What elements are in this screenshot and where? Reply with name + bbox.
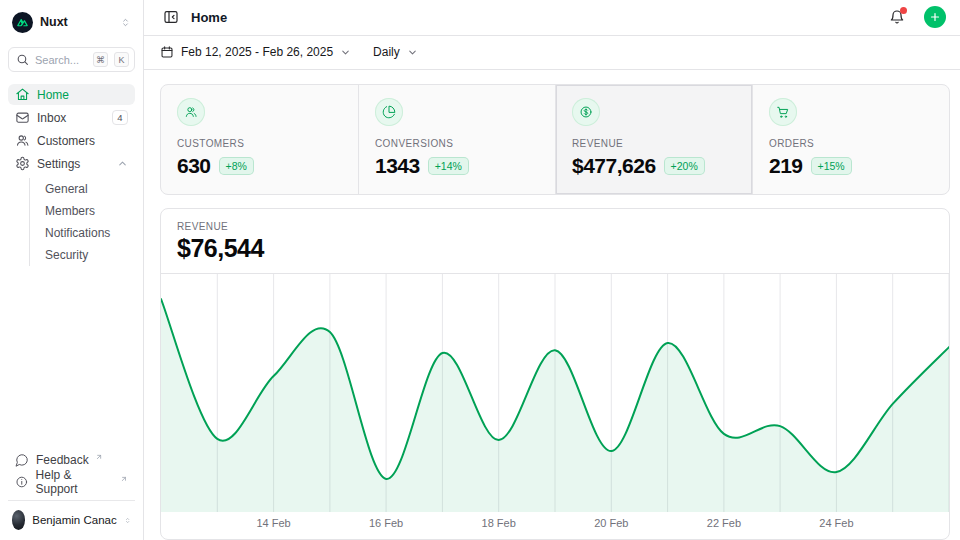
date-range-value: Feb 12, 2025 - Feb 26, 2025 — [181, 45, 333, 59]
panel-left-close-icon — [163, 9, 179, 25]
x-axis-tick-label: 20 Feb — [594, 517, 628, 529]
stat-card-revenue[interactable]: REVENUE$477,626+20% — [555, 85, 752, 194]
date-range-picker[interactable]: Feb 12, 2025 - Feb 26, 2025 — [160, 45, 351, 59]
nuxt-logo-icon — [12, 12, 33, 33]
sidebar-nav: HomeInbox4CustomersSettingsGeneralMember… — [8, 84, 135, 266]
workspace-switcher[interactable]: Nuxt — [8, 10, 135, 34]
chevron-down-icon — [407, 47, 418, 58]
settings-subnav: GeneralMembersNotificationsSecurity — [29, 178, 135, 266]
sidebar-item-label: Settings — [37, 157, 110, 171]
stat-delta-badge: +14% — [428, 157, 469, 175]
content: CUSTOMERS630+8%CONVERSIONS1343+14%REVENU… — [144, 70, 960, 540]
main-panel: Home Feb 12, 2025 - Feb 26, 2025 Daily C… — [144, 0, 960, 540]
chart-x-axis: 14 Feb16 Feb18 Feb20 Feb22 Feb24 Feb — [161, 512, 949, 539]
chart-value: $76,544 — [177, 234, 933, 263]
revenue-chart-card: REVENUE $76,544 14 Feb16 Feb18 Feb20 Feb… — [160, 208, 950, 540]
workspace-name: Nuxt — [40, 15, 113, 29]
chart-header: REVENUE $76,544 — [161, 209, 949, 274]
kbd-k: K — [114, 52, 129, 67]
sidebar-subitem-members[interactable]: Members — [41, 200, 135, 222]
plus-icon — [929, 11, 941, 23]
sidebar-subitem-notifications[interactable]: Notifications — [41, 222, 135, 244]
sidebar-item-label: Inbox — [37, 111, 105, 125]
stat-card-orders[interactable]: ORDERS219+15% — [752, 85, 949, 194]
user-name: Benjamin Canac — [32, 514, 116, 526]
area-chart-svg — [161, 274, 949, 512]
x-axis-tick-label: 22 Feb — [707, 517, 741, 529]
users-icon — [184, 105, 198, 119]
stat-label: CUSTOMERS — [177, 138, 342, 149]
inbox-icon — [15, 110, 30, 125]
stats-row: CUSTOMERS630+8%CONVERSIONS1343+14%REVENU… — [160, 84, 950, 195]
chat-icon — [15, 453, 29, 467]
x-axis-tick-label: 18 Feb — [482, 517, 516, 529]
stat-delta-badge: +8% — [219, 157, 254, 175]
add-button[interactable] — [924, 6, 946, 28]
chevron-down-icon — [340, 47, 351, 58]
app-root: Nuxt Search... ⌘ K HomeInbox4CustomersSe… — [0, 0, 960, 540]
collapse-sidebar-button[interactable] — [160, 6, 182, 28]
search-placeholder: Search... — [35, 54, 87, 66]
stat-icon-circle — [375, 98, 403, 126]
stat-label: CONVERSIONS — [375, 138, 539, 149]
cart-icon — [776, 105, 790, 119]
footer-item-label: Feedback — [36, 453, 89, 467]
arrow-up-right-icon — [120, 475, 128, 483]
sidebar-footer: FeedbackHelp & Support — [8, 449, 135, 492]
granularity-value: Daily — [373, 45, 400, 59]
chart-label: REVENUE — [177, 221, 933, 232]
stat-icon-circle — [572, 98, 600, 126]
stat-icon-circle — [769, 98, 797, 126]
sidebar-item-label: Customers — [37, 134, 128, 148]
search-input[interactable]: Search... ⌘ K — [8, 47, 135, 72]
stat-card-conversions[interactable]: CONVERSIONS1343+14% — [358, 85, 555, 194]
gear-icon — [15, 156, 30, 171]
users-icon — [15, 133, 30, 148]
notification-dot — [900, 7, 907, 14]
user-menu[interactable]: Benjamin Canac — [8, 500, 135, 530]
footer-item-label: Help & Support — [36, 468, 115, 496]
info-icon — [15, 475, 29, 489]
notifications-button[interactable] — [885, 5, 909, 29]
x-axis-tick-label: 16 Feb — [369, 517, 403, 529]
stat-value: $477,626 — [572, 154, 656, 178]
sidebar-item-settings[interactable]: Settings — [8, 153, 135, 174]
search-icon — [16, 53, 29, 66]
stat-value: 630 — [177, 154, 211, 178]
sidebar-item-label: Home — [37, 88, 128, 102]
stat-value: 1343 — [375, 154, 420, 178]
stat-delta-badge: +20% — [664, 157, 705, 175]
stat-card-customers[interactable]: CUSTOMERS630+8% — [161, 85, 358, 194]
stat-value: 219 — [769, 154, 803, 178]
chevron-up-down-icon — [124, 515, 131, 526]
x-axis-tick-label: 24 Feb — [819, 517, 853, 529]
page-title: Home — [191, 10, 876, 25]
sidebar: Nuxt Search... ⌘ K HomeInbox4CustomersSe… — [0, 0, 144, 540]
sidebar-item-customers[interactable]: Customers — [8, 130, 135, 151]
home-icon — [15, 87, 30, 102]
filter-toolbar: Feb 12, 2025 - Feb 26, 2025 Daily — [144, 36, 960, 70]
dollar-icon — [579, 105, 593, 119]
kbd-cmd: ⌘ — [93, 52, 108, 67]
sidebar-footer-help-support[interactable]: Help & Support — [8, 471, 135, 492]
sidebar-item-inbox[interactable]: Inbox4 — [8, 107, 135, 128]
chevron-up-icon — [117, 158, 128, 169]
inbox-count-badge: 4 — [112, 110, 128, 125]
avatar — [12, 510, 25, 530]
x-axis-tick-label: 14 Feb — [256, 517, 290, 529]
pie-chart-icon — [382, 105, 396, 119]
stat-icon-circle — [177, 98, 205, 126]
granularity-select[interactable]: Daily — [373, 45, 418, 59]
sidebar-subitem-general[interactable]: General — [41, 178, 135, 200]
calendar-icon — [160, 45, 174, 59]
chevron-up-down-icon — [120, 17, 131, 28]
revenue-area-chart — [161, 274, 949, 512]
stat-label: REVENUE — [572, 138, 736, 149]
stat-label: ORDERS — [769, 138, 933, 149]
arrow-up-right-icon — [95, 453, 103, 461]
sidebar-item-home[interactable]: Home — [8, 84, 135, 105]
sidebar-subitem-security[interactable]: Security — [41, 244, 135, 266]
top-header: Home — [144, 0, 960, 36]
stat-delta-badge: +15% — [811, 157, 852, 175]
